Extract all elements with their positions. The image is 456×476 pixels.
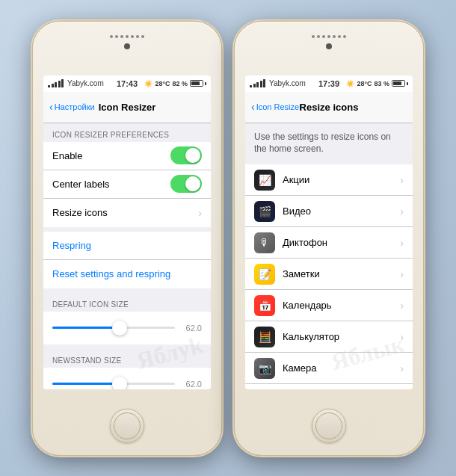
resize-icons-chevron-icon: › xyxy=(198,207,202,219)
app-row-chevron-icon: › xyxy=(400,300,404,312)
section1-header: ICON RESIZER PREFERENCES xyxy=(43,123,211,142)
newsstand-track xyxy=(52,383,175,385)
status-right: ☀️ 28°C 82 % xyxy=(144,80,206,87)
speaker-dot xyxy=(120,35,123,38)
app-name: Заметки xyxy=(283,268,389,279)
battery-icon-right xyxy=(392,80,408,87)
battery-icon xyxy=(190,80,206,87)
speaker-dot xyxy=(343,35,346,38)
settings-content: ICON RESIZER PREFERENCES Enable Center l… xyxy=(43,123,211,389)
app-name: Камера xyxy=(283,362,389,374)
resize-icons-label: Resize icons xyxy=(52,207,195,218)
app-row[interactable]: 📷Камера› xyxy=(245,353,413,384)
app-row[interactable]: 🎙Диктофон› xyxy=(245,227,413,259)
app-row[interactable]: 🗺Карты› xyxy=(245,384,413,389)
default-size-fill xyxy=(52,327,120,329)
toggle-knob xyxy=(185,148,200,163)
app-name: Календарь xyxy=(283,300,389,311)
status-time-right: 17:39 xyxy=(318,79,339,88)
actions-group: Respring Reset settings and respring xyxy=(43,232,211,288)
status-left: Yabyk.com xyxy=(48,79,104,87)
speaker-dot xyxy=(131,35,134,38)
signal-bar xyxy=(55,82,57,87)
app-row[interactable]: 🎬Видео› xyxy=(245,196,413,227)
newsstand-thumb[interactable] xyxy=(112,377,127,389)
signal-bars xyxy=(48,79,64,87)
resize-icons-cell[interactable]: Resize icons › xyxy=(43,199,211,227)
speaker-dot xyxy=(110,35,113,38)
app-row[interactable]: 📅Календарь› xyxy=(245,290,413,321)
app-row[interactable]: 📈Акции› xyxy=(245,164,413,196)
nav-title-right: Resize icons xyxy=(300,102,359,113)
enable-cell[interactable]: Enable xyxy=(43,142,211,170)
home-button-ring-right xyxy=(315,412,342,439)
center-labels-cell[interactable]: Center labels xyxy=(43,170,211,199)
app-row[interactable]: 📝Заметки› xyxy=(245,259,413,290)
speaker-dot xyxy=(338,35,341,38)
back-button-right[interactable]: ‹ Icon Resizer xyxy=(251,102,302,112)
app-row-chevron-icon: › xyxy=(400,237,404,249)
status-bar: Yabyk.com 17:43 ☀️ 28°C 82 % xyxy=(43,75,211,92)
temperature: 28°C xyxy=(155,80,170,87)
battery-fill-right xyxy=(393,81,401,85)
carrier-name: Yabyk.com xyxy=(67,79,104,87)
status-bar-right: Yabyk.com 17:39 ☀️ 28°C 83 % xyxy=(245,75,413,92)
default-icon-size-slider-row: 62.0 xyxy=(43,312,211,344)
nav-title: Icon Resizer xyxy=(99,102,156,113)
nav-bar-right: ‹ Icon Resizer Resize icons xyxy=(245,92,413,123)
home-button-right[interactable] xyxy=(312,409,346,443)
reset-label: Reset settings and respring xyxy=(52,268,170,279)
carrier-name-right: Yabyk.com xyxy=(269,79,306,87)
newsstand-size-value: 62.0 xyxy=(181,380,202,389)
center-labels-toggle[interactable] xyxy=(170,175,202,193)
speaker-dot xyxy=(115,35,118,38)
app-name: Диктофон xyxy=(283,237,389,248)
section2-header: DEFAULT ICON SIZE xyxy=(43,293,211,312)
signal-bar xyxy=(61,79,64,87)
battery-fill xyxy=(191,81,200,85)
speaker-dot xyxy=(327,35,330,38)
default-size-thumb[interactable] xyxy=(112,321,127,336)
app-row-chevron-icon: › xyxy=(400,268,404,280)
battery-pct-right: 83 % xyxy=(374,80,389,87)
status-right-right: ☀️ 28°C 83 % xyxy=(346,80,408,87)
app-icon: 🎙 xyxy=(254,232,275,253)
iphone-right: Yabyk.com 17:39 ☀️ 28°C 83 % ‹ Icon Resi… xyxy=(235,22,423,455)
iphone-right-top-hardware xyxy=(312,35,346,49)
iphone-left: Yabyk.com 17:43 ☀️ 28°C 82 % ‹ Настройки xyxy=(33,22,221,455)
status-time: 17:43 xyxy=(117,79,138,88)
signal-bar xyxy=(48,85,50,87)
status-left-right: Yabyk.com xyxy=(250,79,306,87)
enable-label: Enable xyxy=(52,150,170,161)
default-size-value: 62.0 xyxy=(181,324,202,333)
home-button[interactable] xyxy=(110,409,144,443)
reset-cell[interactable]: Reset settings and respring xyxy=(43,260,211,288)
speaker-dot xyxy=(141,35,144,38)
app-row[interactable]: 🧮Калькулятор› xyxy=(245,321,413,353)
app-name: Акции xyxy=(283,174,389,185)
iphone-top-hardware xyxy=(110,35,144,49)
app-icon: 📝 xyxy=(254,264,275,285)
speaker xyxy=(110,35,144,38)
app-row-chevron-icon: › xyxy=(400,205,404,217)
back-button[interactable]: ‹ Настройки xyxy=(49,102,95,112)
enable-toggle[interactable] xyxy=(170,146,202,164)
section3-header: NEWSSTAND SIZE xyxy=(43,349,211,368)
app-row-chevron-icon: › xyxy=(400,174,404,186)
speaker-dot xyxy=(312,35,315,38)
toggle-knob2 xyxy=(185,176,200,191)
center-labels-label: Center labels xyxy=(52,179,170,190)
respring-label: Respring xyxy=(52,240,91,251)
newsstand-size-slider-row: 62.0 xyxy=(43,368,211,389)
temperature-right: 28°C xyxy=(357,80,372,87)
speaker-dot xyxy=(333,35,336,38)
app-name: Видео xyxy=(283,205,389,217)
phone1-screen: Yabyk.com 17:43 ☀️ 28°C 82 % ‹ Настройки xyxy=(43,75,211,389)
back-chevron-icon: ‹ xyxy=(49,102,53,112)
app-icon: 📷 xyxy=(254,358,275,379)
speaker-dot xyxy=(317,35,320,38)
respring-cell[interactable]: Respring xyxy=(43,232,211,260)
battery-pct: 82 % xyxy=(172,80,188,87)
resize-description: Use the settings to resize icons on the … xyxy=(245,123,413,165)
phone2-screen: Yabyk.com 17:39 ☀️ 28°C 83 % ‹ Icon Resi… xyxy=(245,75,413,389)
